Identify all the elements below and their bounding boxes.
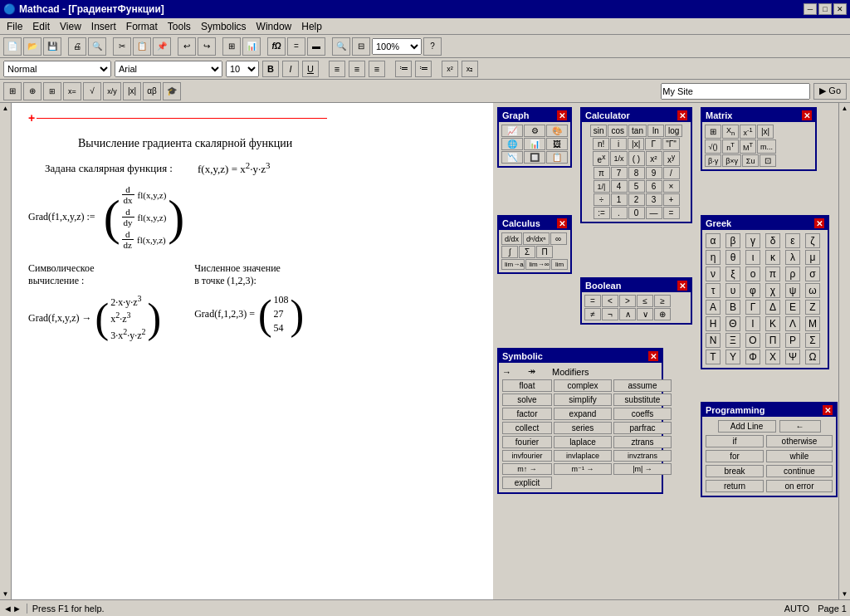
- redo-button[interactable]: ↪: [198, 37, 216, 56]
- greek-mu[interactable]: μ: [805, 250, 820, 265]
- greek-beta[interactable]: β: [725, 233, 740, 248]
- superscript-button[interactable]: x²: [442, 61, 458, 77]
- greek-tau[interactable]: τ: [706, 283, 721, 298]
- eq-toolbar-sqrt[interactable]: √: [83, 82, 101, 100]
- menu-tools[interactable]: Tools: [163, 20, 196, 33]
- greek-gamma[interactable]: γ: [745, 233, 760, 248]
- calc-4[interactable]: 4: [611, 180, 628, 193]
- eq-toolbar-abs[interactable]: |x|: [123, 82, 141, 100]
- menu-window[interactable]: Window: [252, 20, 297, 33]
- greek-Theta[interactable]: Θ: [725, 316, 740, 331]
- graph-btn-1[interactable]: 📈: [501, 125, 523, 137]
- sym-ztrans[interactable]: ztrans: [613, 436, 672, 448]
- calc-eq[interactable]: =: [663, 207, 680, 219]
- sym-assume[interactable]: assume: [613, 379, 672, 392]
- programming-close-button[interactable]: ✕: [823, 405, 833, 415]
- matrix-btn-xn[interactable]: Xn: [722, 125, 739, 139]
- calc-7[interactable]: 7: [611, 167, 628, 179]
- greek-phi[interactable]: φ: [745, 283, 760, 298]
- greek-Chi[interactable]: Χ: [765, 350, 780, 364]
- greek-Iota[interactable]: Ι: [745, 316, 760, 331]
- graph-btn-7[interactable]: 📉: [501, 151, 523, 164]
- zoom-select[interactable]: 100% 75% 50%: [372, 38, 422, 55]
- greek-Xi[interactable]: Ξ: [725, 333, 740, 348]
- greek-Eta[interactable]: Η: [706, 316, 721, 331]
- bold-button[interactable]: B: [262, 61, 279, 77]
- align-right-button[interactable]: ≡: [369, 61, 385, 77]
- calc-abs[interactable]: |x|: [628, 138, 644, 150]
- greek-Zeta[interactable]: Ζ: [805, 300, 820, 315]
- sym-simplify[interactable]: simplify: [554, 394, 612, 406]
- open-button[interactable]: 📂: [23, 37, 42, 56]
- prog-if[interactable]: if: [706, 435, 764, 447]
- graph-btn-6[interactable]: 🖼: [546, 138, 568, 150]
- greek-chi[interactable]: χ: [765, 283, 780, 298]
- eq-toolbar-greek[interactable]: αβ: [143, 82, 161, 100]
- copy-button[interactable]: 📋: [133, 37, 151, 56]
- graph-button[interactable]: 📊: [242, 37, 261, 56]
- paste-button[interactable]: 📌: [153, 37, 171, 56]
- matrix-btn-box[interactable]: ⊡: [760, 154, 776, 167]
- scrollbar-h[interactable]: ◄►: [3, 604, 27, 614]
- sym-explicit[interactable]: explicit: [502, 477, 552, 489]
- calculus-close-button[interactable]: ✕: [557, 218, 567, 228]
- v-scrollbar-left[interactable]: ▲ ▼: [0, 103, 12, 599]
- calc-sin[interactable]: sin: [590, 125, 608, 137]
- calc-9[interactable]: 9: [646, 167, 662, 179]
- calc-lim[interactable]: lim: [551, 259, 568, 270]
- greek-Beta[interactable]: Β: [725, 300, 740, 315]
- calc-1[interactable]: 1: [611, 193, 628, 206]
- sym-complex[interactable]: complex: [554, 379, 612, 392]
- cut-button[interactable]: ✂: [113, 37, 131, 56]
- calc-gamma2[interactable]: "Γ": [662, 138, 680, 150]
- bool-or[interactable]: ∨: [637, 308, 653, 320]
- sym-parfrac[interactable]: parfrac: [613, 422, 672, 434]
- greek-nu[interactable]: ν: [706, 266, 721, 281]
- greek-Phi[interactable]: Φ: [745, 350, 760, 364]
- greek-eta[interactable]: η: [706, 250, 721, 265]
- greek-upsilon[interactable]: υ: [725, 283, 740, 298]
- graph-btn-8[interactable]: 🔲: [524, 151, 545, 164]
- greek-omega[interactable]: ω: [805, 283, 820, 298]
- eq-btn[interactable]: =: [287, 37, 305, 56]
- bool-gt[interactable]: >: [619, 295, 636, 307]
- greek-epsilon[interactable]: ε: [785, 233, 800, 248]
- matrix-btn-1[interactable]: ⊞: [705, 125, 721, 139]
- calc-5[interactable]: 5: [628, 180, 645, 193]
- greek-lambda[interactable]: λ: [785, 250, 800, 265]
- help-btn[interactable]: ?: [423, 37, 442, 56]
- sym-minv[interactable]: m⁻¹ →: [554, 463, 612, 475]
- greek-Psi[interactable]: Ψ: [785, 350, 800, 364]
- prog-addline[interactable]: Add Line: [718, 420, 776, 433]
- matrix-btn-su[interactable]: Σu: [742, 154, 759, 167]
- eq-toolbar-frac[interactable]: x/y: [103, 82, 121, 100]
- graph-btn-5[interactable]: 📊: [524, 138, 545, 150]
- symbolic-close-button[interactable]: ✕: [648, 351, 658, 361]
- sym-expand[interactable]: expand: [554, 408, 612, 420]
- greek-alpha[interactable]: α: [706, 233, 721, 248]
- calc-0[interactable]: 0: [628, 207, 645, 219]
- prog-otherwise[interactable]: otherwise: [766, 435, 833, 447]
- underline-button[interactable]: U: [302, 61, 319, 77]
- calc-3[interactable]: 3: [646, 193, 662, 206]
- sym-invztrans[interactable]: invztrans: [613, 450, 672, 462]
- maximize-button[interactable]: □: [818, 3, 832, 15]
- sym-mabs[interactable]: |m| →: [613, 463, 672, 475]
- eq-toolbar-1[interactable]: ⊞: [3, 82, 22, 100]
- greek-Omega[interactable]: Ω: [805, 350, 820, 364]
- bool-ne[interactable]: ≠: [584, 308, 601, 320]
- calc-lim-a[interactable]: lim→a: [501, 259, 525, 270]
- matrix-btn-mt[interactable]: MT: [740, 139, 756, 154]
- greek-Sigma[interactable]: Σ: [805, 333, 820, 348]
- sym-series[interactable]: series: [554, 422, 612, 434]
- calc-nderiv[interactable]: dⁿ/dxⁿ: [523, 232, 550, 245]
- calc-prod[interactable]: Π: [536, 246, 553, 258]
- prog-arrow[interactable]: ←: [779, 420, 821, 433]
- greek-Epsilon[interactable]: Ε: [785, 300, 800, 315]
- eq-toolbar-def[interactable]: x=: [63, 82, 81, 100]
- menu-format[interactable]: Format: [121, 20, 163, 33]
- greek-Pi[interactable]: Π: [765, 333, 780, 348]
- style-select[interactable]: Normal: [3, 61, 111, 77]
- sym-factor[interactable]: factor: [502, 408, 552, 420]
- bool-not[interactable]: ¬: [602, 308, 618, 320]
